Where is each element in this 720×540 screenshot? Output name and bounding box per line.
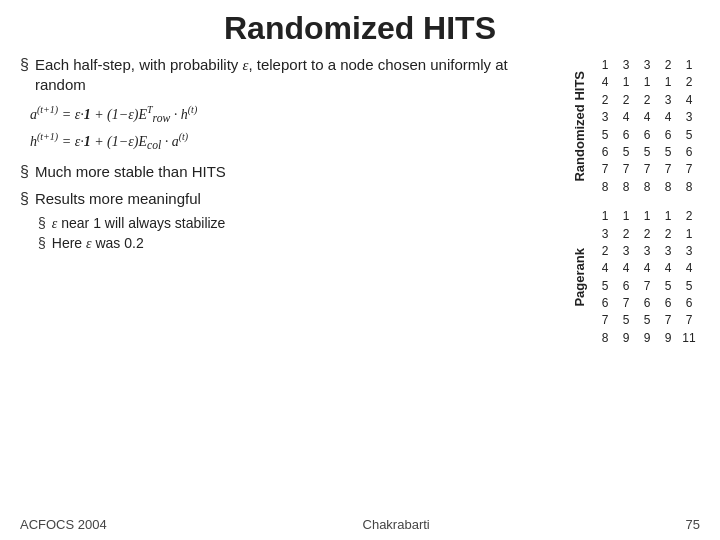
rh-c5-r1: 1 [679, 57, 699, 74]
content-area: § Each half-step, with probability ε, te… [20, 55, 700, 349]
rh-c2-r6: 5 [616, 144, 636, 161]
pr-c3-r8: 9 [637, 330, 657, 347]
sub-bullet-text-1: ε near 1 will always stabilize [52, 215, 226, 232]
pr-c5-r5: 5 [679, 278, 699, 295]
footer-right: 75 [686, 517, 700, 532]
page-title: Randomized HITS [20, 10, 700, 47]
pr-c5-r8: 11 [679, 330, 699, 347]
rh-c5-r7: 7 [679, 161, 699, 178]
pr-c5-r3: 3 [679, 243, 699, 260]
pr-c5-r1: 2 [679, 208, 699, 225]
rh-c1-r2: 4 [595, 74, 615, 91]
epsilon-1: ε [243, 57, 249, 73]
rh-c3-r2: 1 [637, 74, 657, 91]
rh-c4-r4: 4 [658, 109, 678, 126]
randomized-hits-table-block: Randomized HITS 1 4 2 3 5 6 7 8 [565, 57, 700, 196]
bullet-3: § Results more meaningful [20, 189, 555, 210]
rh-c2-r7: 7 [616, 161, 636, 178]
pr-c2-r5: 6 [616, 278, 636, 295]
pr-c4-r8: 9 [658, 330, 678, 347]
pr-c1-r7: 7 [595, 312, 615, 329]
pr-c1-r1: 1 [595, 208, 615, 225]
rh-c3-r7: 7 [637, 161, 657, 178]
rh-c5-r3: 4 [679, 92, 699, 109]
randomized-hits-data-columns: 1 4 2 3 5 6 7 8 3 1 2 4 [595, 57, 700, 196]
pr-c2-r8: 9 [616, 330, 636, 347]
rh-c2-r8: 8 [616, 179, 636, 196]
rh-col-5: 1 2 4 3 5 6 7 8 [679, 57, 699, 196]
slide: Randomized HITS § Each half-step, with p… [0, 0, 720, 540]
rh-c1-r1: 1 [595, 57, 615, 74]
pr-c1-r4: 4 [595, 260, 615, 277]
formula-block: a(t+1) = ε·1 + (1−ε)ETrow · h(t) h(t+1) … [30, 102, 555, 156]
pr-c2-r2: 2 [616, 226, 636, 243]
bullet-symbol-2: § [20, 162, 29, 183]
pr-c3-r4: 4 [637, 260, 657, 277]
bullet-text-1: Each half-step, with probability ε, tele… [35, 55, 555, 96]
pagerank-data-columns: 1 3 2 4 5 6 7 8 1 2 3 4 [595, 208, 700, 347]
sub-bullet-text-2: Here ε was 0.2 [52, 235, 144, 252]
pr-c5-r7: 7 [679, 312, 699, 329]
pr-c3-r7: 5 [637, 312, 657, 329]
rh-c5-r5: 5 [679, 127, 699, 144]
bullet-1: § Each half-step, with probability ε, te… [20, 55, 555, 96]
rh-col-3: 3 1 2 4 6 5 7 8 [637, 57, 657, 196]
rh-c4-r7: 7 [658, 161, 678, 178]
footer: ACFOCS 2004 Chakrabarti 75 [0, 517, 720, 532]
rh-col-1: 1 4 2 3 5 6 7 8 [595, 57, 615, 196]
sub-bullet-symbol-2: § [38, 235, 46, 251]
rh-c3-r3: 2 [637, 92, 657, 109]
sub-bullet-symbol-1: § [38, 215, 46, 231]
pr-col-1: 1 3 2 4 5 6 7 8 [595, 208, 615, 347]
rh-c4-r6: 5 [658, 144, 678, 161]
rh-c2-r1: 3 [616, 57, 636, 74]
formula-line-2: h(t+1) = ε·1 + (1−ε)Ecol · a(t) [30, 129, 555, 156]
rh-c2-r3: 2 [616, 92, 636, 109]
footer-left: ACFOCS 2004 [20, 517, 107, 532]
pagerank-table-block: Pagerank 1 3 2 4 5 6 7 8 [565, 208, 700, 347]
pr-col-2: 1 2 3 4 6 7 5 9 [616, 208, 636, 347]
rh-c1-r4: 3 [595, 109, 615, 126]
pr-c2-r4: 4 [616, 260, 636, 277]
pr-c2-r1: 1 [616, 208, 636, 225]
pr-c1-r8: 8 [595, 330, 615, 347]
tables-section: Randomized HITS 1 4 2 3 5 6 7 8 [565, 57, 700, 349]
rh-c2-r2: 1 [616, 74, 636, 91]
bullet-text-2: Much more stable than HITS [35, 162, 226, 182]
rh-c4-r5: 6 [658, 127, 678, 144]
rh-c4-r8: 8 [658, 179, 678, 196]
pr-col-4: 1 2 3 4 5 6 7 9 [658, 208, 678, 347]
pr-c1-r3: 2 [595, 243, 615, 260]
rh-c3-r5: 6 [637, 127, 657, 144]
bullet-2: § Much more stable than HITS [20, 162, 555, 183]
rh-c3-r1: 3 [637, 57, 657, 74]
rh-c1-r7: 7 [595, 161, 615, 178]
pagerank-label: Pagerank [572, 248, 587, 307]
formula-line-1: a(t+1) = ε·1 + (1−ε)ETrow · h(t) [30, 102, 555, 129]
pr-c5-r6: 6 [679, 295, 699, 312]
left-panel: § Each half-step, with probability ε, te… [20, 55, 565, 255]
rh-c3-r8: 8 [637, 179, 657, 196]
pr-c4-r1: 1 [658, 208, 678, 225]
rh-c2-r5: 6 [616, 127, 636, 144]
randomized-hits-label: Randomized HITS [572, 71, 587, 182]
pr-c2-r6: 7 [616, 295, 636, 312]
pr-c4-r6: 6 [658, 295, 678, 312]
rh-c1-r5: 5 [595, 127, 615, 144]
pr-col-3: 1 2 3 4 7 6 5 9 [637, 208, 657, 347]
rh-col-4: 2 1 3 4 6 5 7 8 [658, 57, 678, 196]
rh-c1-r3: 2 [595, 92, 615, 109]
footer-center: Chakrabarti [363, 517, 430, 532]
pr-c1-r2: 3 [595, 226, 615, 243]
rh-c3-r6: 5 [637, 144, 657, 161]
rh-c1-r6: 6 [595, 144, 615, 161]
pr-c3-r2: 2 [637, 226, 657, 243]
pr-c3-r3: 3 [637, 243, 657, 260]
pr-c3-r1: 1 [637, 208, 657, 225]
pr-c2-r3: 3 [616, 243, 636, 260]
pr-c5-r2: 1 [679, 226, 699, 243]
pagerank-label-container: Pagerank [565, 248, 593, 307]
rh-c2-r4: 4 [616, 109, 636, 126]
rh-c1-r8: 8 [595, 179, 615, 196]
sub-bullet-1: § ε near 1 will always stabilize [38, 215, 555, 232]
